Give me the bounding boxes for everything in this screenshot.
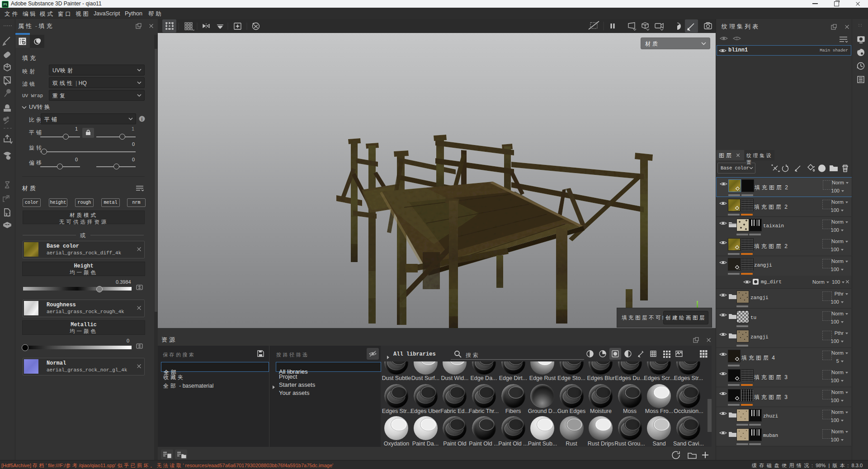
svg-text:i: i [142, 117, 143, 122]
svg-text:1: 1 [736, 37, 738, 41]
